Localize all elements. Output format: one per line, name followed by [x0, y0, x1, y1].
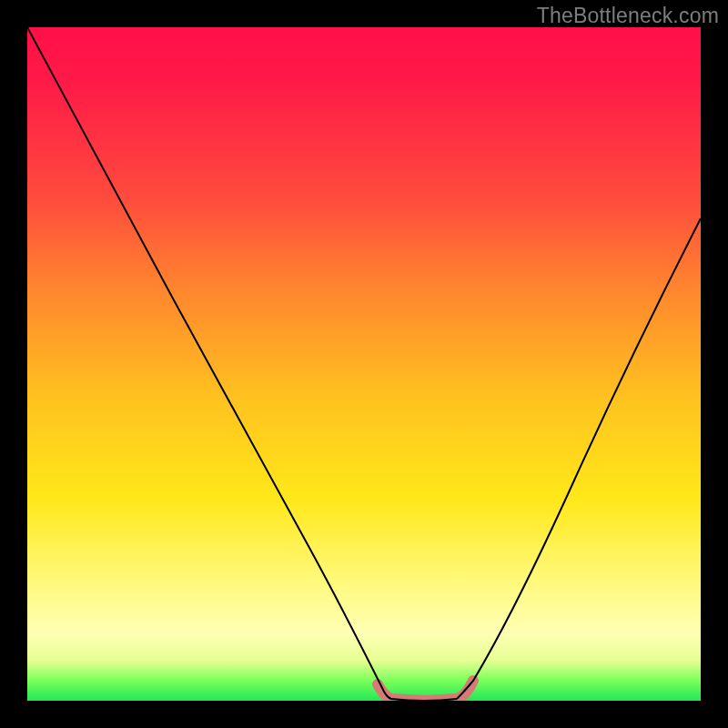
chart-frame: TheBottleneck.com — [0, 0, 728, 728]
plot-area — [27, 27, 701, 701]
curve-right — [457, 218, 701, 699]
curve-left — [27, 27, 391, 699]
curves-svg — [27, 27, 701, 701]
watermark-text: TheBottleneck.com — [537, 4, 719, 28]
